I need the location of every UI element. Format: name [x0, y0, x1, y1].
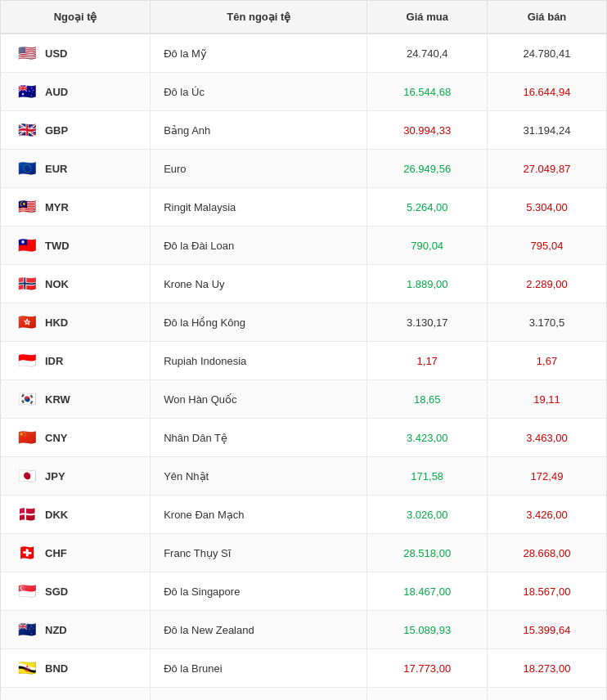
buy-price: 16.544,68 [367, 73, 487, 111]
buy-price: 3.423,00 [367, 419, 487, 457]
currency-cell: 🇳🇿NZD [1, 611, 151, 649]
table-row: 🇮🇩IDRRupiah Indonesia1,171,67 [1, 342, 606, 380]
flag-icon: 🇹🇼 [16, 234, 38, 257]
currency-table: Ngoại tệ Tên ngoại tệ Giá mua Giá bán 🇺🇸… [1, 1, 606, 700]
buy-price: 30.994,33 [367, 111, 487, 150]
header-buy: Giá mua [367, 1, 487, 34]
currency-cell: 🇧🇳BND [1, 649, 151, 688]
flag-icon: 🇬🇧 [16, 119, 38, 141]
sell-price: 3.170,5 [487, 303, 606, 342]
table-row: 🇳🇿NZDĐô la New Zealand15.089,9315.399,64 [1, 611, 606, 649]
flag-icon: 🇪🇺 [16, 157, 38, 180]
currency-name: Đô la Đài Loan [151, 227, 367, 265]
sell-price: 1,67 [487, 342, 606, 380]
sell-price: 19,11 [487, 380, 606, 419]
currency-cell: 🇸🇬SGD [1, 572, 151, 611]
currency-cell: 🇨🇭CHF [1, 534, 151, 572]
currency-name: Đô la Brunei [151, 649, 367, 688]
currency-code: IDR [45, 355, 63, 367]
currency-cell: 🇮🇩IDR [1, 342, 151, 380]
table-row: 🇨🇳CNYNhân Dân Tệ3.423,003.463,00 [1, 419, 606, 457]
flag-icon: 🇺🇸 [16, 42, 38, 65]
flag-icon: 🇩🇰 [16, 503, 38, 526]
currency-cell: 🇳🇴NOK [1, 265, 151, 303]
sell-price: 31.194,24 [487, 111, 606, 150]
currency-name: Đô la Hồng Kông [151, 303, 367, 342]
flag-icon: 🇳🇿 [16, 618, 38, 641]
flag-icon: 🇨🇳 [16, 426, 38, 449]
table-row: 🇺🇸USDĐô la Mỹ24.740,424.780,41 [1, 34, 606, 73]
sell-price: 24.780,41 [487, 34, 606, 73]
flag-icon: 🇦🇺 [16, 80, 38, 103]
buy-price: 18,65 [367, 380, 487, 419]
currency-cell: 🇪🇺EUR [1, 150, 151, 188]
buy-price: 1.889,00 [367, 265, 487, 303]
currency-name: Đô la Úc [151, 73, 367, 111]
currency-name: Yên Nhật [151, 457, 367, 496]
table-row: 🇨🇦CADĐô la Canada18.346,0018.446,00 [1, 688, 606, 701]
currency-code: USD [45, 47, 67, 60]
currency-cell: 🇨🇳CNY [1, 419, 151, 457]
sell-price: 3.426,00 [487, 496, 606, 534]
sell-price: 28.668,00 [487, 534, 606, 572]
currency-name: Won Hàn Quốc [151, 380, 367, 419]
currency-name: Đô la Singapore [151, 572, 367, 611]
sell-price: 18.567,00 [487, 572, 606, 611]
table-row: 🇧🇳BNDĐô la Brunei17.773,0018.273,00 [1, 649, 606, 688]
sell-price: 18.273,00 [487, 649, 606, 688]
sell-price: 16.644,94 [487, 73, 606, 111]
header-currency: Ngoại tệ [1, 1, 151, 34]
buy-price: 24.740,4 [367, 34, 487, 73]
currency-code: NOK [45, 278, 69, 290]
currency-code: HKD [45, 316, 68, 329]
flag-icon: 🇲🇾 [16, 195, 38, 218]
currency-name: Bảng Anh [151, 111, 367, 150]
flag-icon: 🇨🇦 [16, 695, 38, 700]
buy-price: 18.467,00 [367, 572, 487, 611]
currency-code: SGD [45, 586, 68, 598]
sell-price: 2.289,00 [487, 265, 606, 303]
table-row: 🇳🇴NOKKrone Na Uy1.889,002.289,00 [1, 265, 606, 303]
currency-name: Krone Đan Mạch [151, 496, 367, 534]
currency-name: Nhân Dân Tệ [151, 419, 367, 457]
currency-cell: 🇺🇸USD [1, 34, 151, 73]
currency-cell: 🇦🇺AUD [1, 73, 151, 111]
header-name: Tên ngoại tệ [151, 1, 367, 34]
flag-icon: 🇳🇴 [16, 272, 38, 295]
buy-price: 26.949,56 [367, 150, 487, 188]
flag-icon: 🇨🇭 [16, 541, 38, 564]
currency-cell: 🇭🇰HKD [1, 303, 151, 342]
table-row: 🇰🇷KRWWon Hàn Quốc18,6519,11 [1, 380, 606, 419]
flag-icon: 🇮🇩 [16, 349, 38, 372]
sell-price: 172,49 [487, 457, 606, 496]
currency-cell: 🇰🇷KRW [1, 380, 151, 419]
currency-code: DKK [45, 509, 68, 521]
currency-code: EUR [45, 163, 67, 175]
currency-name: Rupiah Indonesia [151, 342, 367, 380]
currency-name: Franc Thụy Sĩ [151, 534, 367, 572]
currency-cell: 🇨🇦CAD [1, 688, 151, 701]
currency-code: KRW [45, 393, 70, 406]
currency-table-container: Ngoại tệ Tên ngoại tệ Giá mua Giá bán 🇺🇸… [0, 0, 607, 700]
buy-price: 171,58 [367, 457, 487, 496]
currency-code: CHF [45, 547, 67, 559]
sell-price: 15.399,64 [487, 611, 606, 649]
currency-name: Đô la Mỹ [151, 34, 367, 73]
buy-price: 1,17 [367, 342, 487, 380]
currency-code: MYR [45, 201, 69, 213]
table-row: 🇬🇧GBPBảng Anh30.994,3331.194,24 [1, 111, 606, 150]
table-row: 🇨🇭CHFFranc Thụy Sĩ28.518,0028.668,00 [1, 534, 606, 572]
currency-name: Ringit Malaysia [151, 188, 367, 227]
table-row: 🇦🇺AUDĐô la Úc16.544,6816.644,94 [1, 73, 606, 111]
currency-cell: 🇹🇼TWD [1, 227, 151, 265]
buy-price: 3.026,00 [367, 496, 487, 534]
currency-code: JPY [45, 470, 65, 482]
flag-icon: 🇸🇬 [16, 580, 38, 603]
currency-code: BND [45, 662, 68, 675]
sell-price: 27.049,87 [487, 150, 606, 188]
currency-cell: 🇲🇾MYR [1, 188, 151, 227]
buy-price: 18.346,00 [367, 688, 487, 701]
sell-price: 5.304,00 [487, 188, 606, 227]
sell-price: 795,04 [487, 227, 606, 265]
currency-cell: 🇬🇧GBP [1, 111, 151, 150]
